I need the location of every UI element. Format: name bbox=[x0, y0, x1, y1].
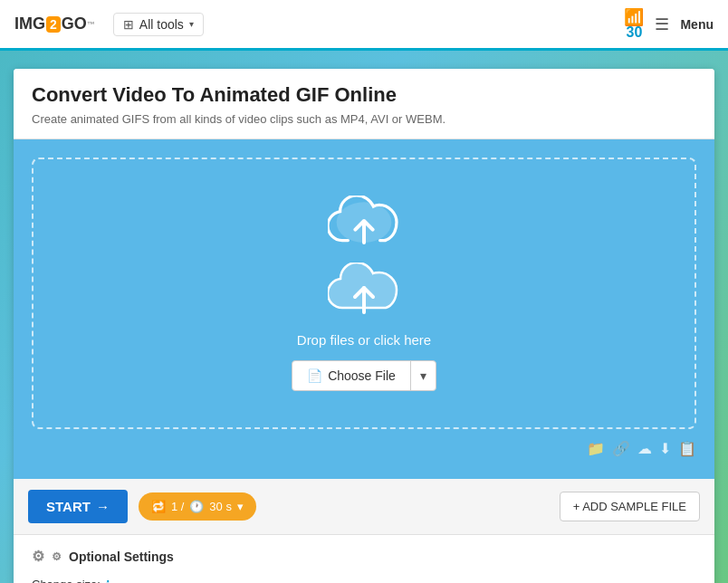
file-count-chevron: ▾ bbox=[237, 500, 244, 513]
cloud-icon[interactable]: ☁ bbox=[637, 440, 652, 457]
grid-icon: ⊞ bbox=[123, 17, 134, 32]
start-label: START bbox=[46, 499, 91, 514]
wifi-icon: 📶 bbox=[624, 9, 644, 25]
copy-icon[interactable]: 📋 bbox=[678, 440, 696, 457]
folder-icon[interactable]: 📁 bbox=[587, 440, 605, 457]
page-subtitle: Create animated GIFS from all kinds of v… bbox=[32, 112, 696, 126]
page-header: Convert Video To Animated GIF Online Cre… bbox=[14, 69, 714, 139]
all-tools-button[interactable]: ⊞ All tools ▾ bbox=[113, 13, 204, 36]
actions-bar: START → 🔁 1 / 🕐 30 s ▾ + ADD SAMPLE FILE bbox=[14, 479, 714, 535]
add-sample-button[interactable]: + ADD SAMPLE FILE bbox=[560, 492, 700, 521]
hamburger-icon[interactable]: ☰ bbox=[655, 14, 669, 34]
drop-zone-container: Drop files or click here 📄 Choose File ▾… bbox=[14, 139, 714, 479]
logo-two-badge: 2 bbox=[46, 16, 61, 33]
change-size-label: Change size: ℹ bbox=[32, 578, 696, 583]
logo-tm: ™ bbox=[87, 20, 95, 29]
start-arrow-icon: → bbox=[96, 499, 110, 514]
logo: IMG2GO™ bbox=[14, 14, 95, 33]
main-container: Convert Video To Animated GIF Online Cre… bbox=[14, 69, 714, 583]
logo-img: IMG bbox=[14, 14, 45, 33]
logo-go: GO bbox=[62, 14, 87, 33]
loop-icon: 🔁 bbox=[151, 500, 166, 513]
choose-file-label: Choose File bbox=[328, 368, 396, 383]
optional-settings-label: Optional Settings bbox=[69, 550, 174, 564]
cloud-upload-icon bbox=[328, 196, 400, 250]
choose-file-main[interactable]: 📄 Choose File bbox=[292, 361, 411, 390]
gear-icon2: ⚙ bbox=[52, 550, 62, 563]
settings-section: ⚙ ⚙ Optional Settings Change size: ℹ Wid… bbox=[14, 535, 714, 583]
choose-file-dropdown[interactable]: ▾ bbox=[411, 361, 436, 390]
choose-file-button[interactable]: 📄 Choose File ▾ bbox=[292, 360, 436, 391]
drop-zone-footer: 📁 🔗 ☁ ⬇ 📋 bbox=[32, 436, 696, 461]
all-tools-label: All tools bbox=[139, 17, 184, 32]
change-size-info-icon[interactable]: ℹ bbox=[106, 578, 110, 584]
drop-text: Drop files or click here bbox=[297, 332, 431, 348]
time-limit: 30 s bbox=[209, 500, 232, 513]
link-icon[interactable]: 🔗 bbox=[612, 440, 630, 457]
file-count: 1 / bbox=[171, 500, 184, 513]
change-size-text: Change size: bbox=[32, 578, 101, 583]
file-icon: 📄 bbox=[307, 368, 322, 383]
drive-icon[interactable]: ⬇ bbox=[659, 440, 671, 457]
chevron-down-icon: ▾ bbox=[189, 19, 194, 29]
start-button[interactable]: START → bbox=[28, 490, 128, 523]
header: IMG2GO™ ⊞ All tools ▾ 📶 30 ☰ Menu bbox=[0, 0, 728, 51]
file-count-button[interactable]: 🔁 1 / 🕐 30 s ▾ bbox=[139, 492, 256, 521]
drop-zone[interactable]: Drop files or click here 📄 Choose File ▾ bbox=[32, 158, 696, 429]
menu-button[interactable]: Menu bbox=[680, 17, 714, 32]
tools-count: 30 bbox=[627, 25, 643, 40]
page-title: Convert Video To Animated GIF Online bbox=[32, 83, 696, 107]
settings-header[interactable]: ⚙ ⚙ Optional Settings bbox=[32, 548, 696, 565]
tools-count-badge: 📶 30 bbox=[624, 9, 644, 40]
header-right: 📶 30 ☰ Menu bbox=[624, 9, 714, 40]
time-icon: 🕐 bbox=[189, 500, 204, 513]
cloud-upload-svg bbox=[328, 263, 400, 321]
gear-icon: ⚙ bbox=[32, 548, 44, 565]
